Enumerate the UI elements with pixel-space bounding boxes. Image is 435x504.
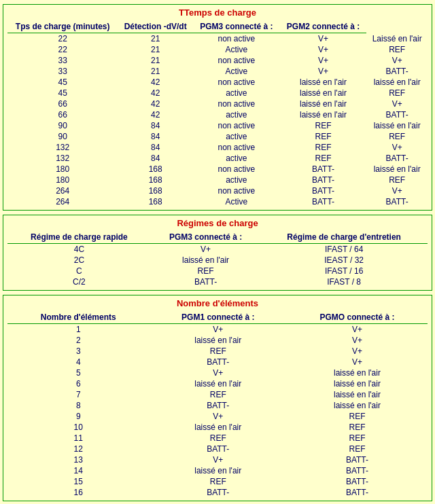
pgm3-value: laissé en l'air bbox=[280, 98, 367, 109]
pgm2-value: BATT- bbox=[366, 66, 428, 77]
detection-value: 42 bbox=[118, 109, 193, 120]
nombre-table: Nombre d'éléments PGM1 connecté à : PGMO… bbox=[7, 311, 428, 498]
table-row: 8BATT-laissé en l'air bbox=[7, 400, 428, 411]
table-row: 9V+REF bbox=[7, 411, 428, 422]
col-pgm2: PGM2 connecté à : bbox=[280, 20, 367, 33]
detection-status: Active bbox=[193, 44, 280, 55]
title-highlight-r: R bbox=[177, 218, 183, 228]
pgm1-value: BATT- bbox=[150, 400, 287, 411]
pgm2-value: REF bbox=[366, 175, 428, 185]
col-regime-rapide: Régime de charge rapide bbox=[7, 231, 151, 244]
pgm0-value: REF bbox=[287, 433, 428, 444]
pgm2-value: Laissé en l'air bbox=[366, 33, 428, 45]
pgm3-value: BATT- bbox=[280, 185, 367, 196]
pgm2-value: laissé en l'air bbox=[366, 120, 428, 131]
table-row: 1V+V+ bbox=[7, 324, 428, 336]
pgm2-value: laissé en l'air bbox=[366, 77, 428, 88]
pgm1-value: BATT- bbox=[150, 357, 287, 367]
table-row: 6642activelaissé en l'airBATT- bbox=[7, 109, 428, 120]
temps-de-charge-title: TTemps de charge bbox=[7, 7, 428, 18]
col-nombre: Nombre d'éléments bbox=[7, 311, 150, 324]
tps-value: 264 bbox=[7, 196, 118, 207]
regimes-table: Régime de charge rapide PGM3 connecté à … bbox=[7, 231, 428, 287]
detection-status: non active bbox=[193, 77, 280, 88]
pgm1-value: REF bbox=[150, 389, 287, 400]
pgm1-value: laissé en l'air bbox=[150, 378, 287, 389]
pgm0-value: laissé en l'air bbox=[287, 378, 428, 389]
pgm3-value: REF bbox=[280, 142, 367, 153]
col-regime-entretien: Régime de charge d'entretien bbox=[260, 231, 428, 244]
pgm0-value: REF bbox=[287, 422, 428, 433]
col-detection: Détection -dV/dt bbox=[118, 20, 193, 33]
entretien-value: IFAST / 8 bbox=[260, 276, 428, 287]
table-row: CREFIFAST / 16 bbox=[7, 266, 428, 276]
table-row: 15REFBATT- bbox=[7, 476, 428, 487]
pgm3-value: BATT- bbox=[280, 164, 367, 175]
nombre-elements-section: Nombre d'éléments Nombre d'éléments PGM1… bbox=[3, 295, 432, 501]
element-number: 12 bbox=[7, 444, 150, 454]
tps-value: 132 bbox=[7, 142, 118, 153]
tps-value: 33 bbox=[7, 66, 118, 77]
nombre-header-row: Nombre d'éléments PGM1 connecté à : PGMO… bbox=[7, 311, 428, 324]
tps-value: 22 bbox=[7, 33, 118, 45]
detection-value: 168 bbox=[118, 196, 193, 207]
entretien-value: IFAST / 16 bbox=[260, 266, 428, 276]
pgm0-value: V+ bbox=[287, 335, 428, 346]
pgm0-value: laissé en l'air bbox=[287, 389, 428, 400]
table-row: 3REFV+ bbox=[7, 346, 428, 357]
table-row: C/2BATT-IFAST / 8 bbox=[7, 276, 428, 287]
detection-value: 84 bbox=[118, 120, 193, 131]
pgm0-value: REF bbox=[287, 444, 428, 454]
tps-value: 180 bbox=[7, 164, 118, 175]
pgm2-value: BATT- bbox=[366, 153, 428, 164]
element-number: 10 bbox=[7, 422, 150, 433]
pgm3-value: REF bbox=[280, 131, 367, 142]
detection-status: active bbox=[193, 153, 280, 164]
table-row: 2221ActiveV+REF bbox=[7, 44, 428, 55]
table-row: 2laissé en l'airV+ bbox=[7, 335, 428, 346]
detection-status: active bbox=[193, 131, 280, 142]
tps-value: 132 bbox=[7, 153, 118, 164]
table-row: 264168non activeBATT-V+ bbox=[7, 185, 428, 196]
detection-value: 42 bbox=[118, 98, 193, 109]
detection-value: 168 bbox=[118, 185, 193, 196]
table-row: 5V+laissé en l'air bbox=[7, 367, 428, 378]
pgm3-value: REF bbox=[280, 153, 367, 164]
table-row: 9084activeREFREF bbox=[7, 131, 428, 142]
pgm0-value: V+ bbox=[287, 346, 428, 357]
detection-value: 84 bbox=[118, 142, 193, 153]
detection-value: 168 bbox=[118, 164, 193, 175]
table-row: 12BATT-REF bbox=[7, 444, 428, 454]
detection-status: non active bbox=[193, 164, 280, 175]
pgm0-value: laissé en l'air bbox=[287, 400, 428, 411]
table-row: 6642non activelaissé en l'airV+ bbox=[7, 98, 428, 109]
table-row: 180168non activeBATT-laissé en l'air bbox=[7, 164, 428, 175]
table-row: 13284non activeREFV+ bbox=[7, 142, 428, 153]
element-number: 13 bbox=[7, 454, 150, 465]
element-number: 9 bbox=[7, 411, 150, 422]
pgm1-value: REF bbox=[150, 346, 287, 357]
regimes-header-row: Régime de charge rapide PGM3 connecté à … bbox=[7, 231, 428, 244]
regime-value: C bbox=[7, 266, 151, 276]
table-row: 9084non activeREFlaissé en l'air bbox=[7, 120, 428, 131]
col-tps: Tps de charge (minutes) bbox=[7, 20, 118, 33]
detection-status: non active bbox=[193, 33, 280, 45]
table-row: 4CV+IFAST / 64 bbox=[7, 244, 428, 255]
table-row: 10laissé en l'airREF bbox=[7, 422, 428, 433]
pgm3-value: laissé en l'air bbox=[280, 109, 367, 120]
table-row: 4542non activelaissé en l'airlaissé en l… bbox=[7, 77, 428, 88]
pgm0-value: laissé en l'air bbox=[287, 367, 428, 378]
pgm1-value: V+ bbox=[150, 454, 287, 465]
tps-value: 66 bbox=[7, 109, 118, 120]
pgm2-value: REF bbox=[366, 88, 428, 98]
temps-header-row: Tps de charge (minutes) Détection -dV/dt… bbox=[7, 20, 428, 33]
detection-value: 168 bbox=[118, 175, 193, 185]
detection-status: Active bbox=[193, 196, 280, 207]
pgm2-value: V+ bbox=[366, 185, 428, 196]
pgm2-value: REF bbox=[366, 44, 428, 55]
nombre-elements-title: Nombre d'éléments bbox=[7, 298, 428, 308]
pgm3-value: laissé en l'air bbox=[280, 77, 367, 88]
element-number: 15 bbox=[7, 476, 150, 487]
detection-value: 21 bbox=[118, 66, 193, 77]
col-pgm0: PGMO connecté à : bbox=[287, 311, 428, 324]
